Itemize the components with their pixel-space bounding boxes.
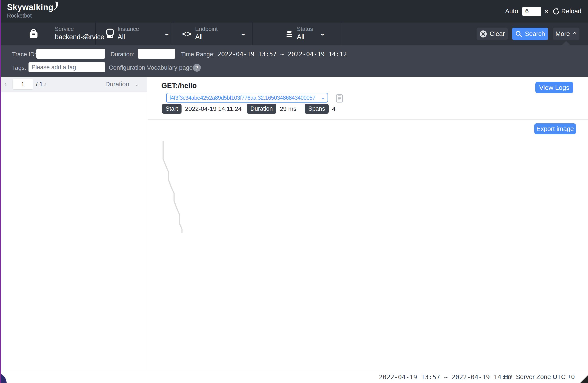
trace-list-panel: ‹ / 1 › Duration ⌄ — [0, 77, 147, 370]
trace-summary-row: Start 2022-04-19 14:11:24 Duration 29 ms… — [162, 104, 341, 114]
search-label: Search — [525, 30, 545, 38]
reload-icon — [552, 7, 560, 16]
language-switcher[interactable]: En — [504, 373, 511, 381]
duration-input[interactable] — [138, 49, 175, 59]
status-filter-label: Status — [297, 26, 313, 32]
vocabulary-page-link[interactable]: Configuration Vocabulary page — [109, 64, 193, 71]
trace-id-input[interactable] — [36, 49, 105, 59]
copy-clipboard-icon[interactable] — [335, 93, 344, 104]
chevron-down-icon[interactable]: ⌄ — [83, 30, 90, 37]
filter-bar: Service backend-service ⌄ Instance All ⌄… — [0, 22, 588, 45]
trace-id-option: f4f3f3c34abe4252a89d5bf103f776aa.32.1650… — [167, 95, 318, 101]
reload-button[interactable]: Reload — [552, 7, 581, 16]
span-tree-connector — [148, 77, 588, 370]
trace-detail-panel: GET:/hello View Logs f4f3f3c34abe4252a89… — [148, 77, 588, 370]
more-button[interactable]: More ⌃ — [553, 28, 579, 40]
page-number-input[interactable] — [13, 79, 33, 89]
chevron-down-icon[interactable]: ⌄ — [135, 81, 139, 87]
clear-circle-x-icon — [480, 30, 487, 38]
start-value: 2022-04-19 14:11:24 — [185, 105, 242, 112]
footer-bar: 2022-04-19 13:57 ~ 2022-04-19 14:12 En S… — [0, 370, 588, 383]
search-icon — [515, 30, 522, 38]
export-image-button[interactable]: Export image — [534, 123, 576, 134]
logo-subtitle: Rocketbot — [7, 13, 54, 19]
chevron-down-icon[interactable]: ⌄ — [319, 30, 326, 37]
code-brackets-icon: <> — [182, 28, 192, 39]
server-zone-selector[interactable]: Server Zone UTC +0 — [516, 373, 575, 381]
duration-value: 29 ms — [280, 105, 296, 112]
chevron-down-icon[interactable]: ⌄ — [240, 30, 247, 37]
auto-interval-input[interactable] — [522, 7, 541, 16]
lock-icon — [28, 28, 39, 39]
more-label: More — [555, 30, 570, 38]
sort-dropdown[interactable]: Duration — [105, 81, 129, 88]
time-range-label: Time Range: — [181, 51, 215, 58]
duration-badge: Duration — [247, 104, 276, 114]
duration-filter-label: Duration: — [110, 51, 135, 58]
instance-filter-label: Instance — [118, 26, 139, 32]
page-total-label: / 1 — [36, 81, 43, 88]
corner-resize-artifact — [580, 375, 588, 383]
navbar-right-controls: Auto s Reload — [505, 0, 581, 22]
page-next-icon[interactable]: › — [44, 80, 46, 88]
divider — [341, 22, 341, 45]
service-filter-label: Service — [55, 26, 74, 32]
logo-title: Skywalking — [7, 3, 54, 12]
time-range-value[interactable]: 2022-04-19 13:57 ~ 2022-04-19 14:12 — [217, 51, 347, 58]
instance-filter-value[interactable]: All — [118, 33, 125, 41]
endpoint-filter-value[interactable]: All — [195, 33, 203, 41]
clear-label: Clear — [490, 30, 505, 38]
chevron-down-icon: ⌄ — [317, 95, 329, 101]
search-button[interactable]: Search — [512, 28, 548, 40]
trace-id-label: Trace ID: — [12, 51, 36, 58]
auto-label: Auto — [505, 8, 518, 15]
view-logs-button[interactable]: View Logs — [535, 82, 573, 93]
chevron-down-icon[interactable]: ⌄ — [164, 30, 170, 37]
help-question-icon[interactable]: ? — [193, 64, 201, 72]
trace-id-select[interactable]: f4f3f3c34abe4252a89d5bf103f776aa.32.1650… — [166, 93, 328, 102]
service-filter-value[interactable]: backend-service — [55, 33, 104, 41]
top-navbar: Skywalking Rocketbot Auto s Reload — [0, 0, 588, 22]
more-filters-panel: Trace ID: Duration: Time Range: 2022-04-… — [0, 45, 588, 77]
divider — [252, 22, 252, 45]
endpoint-filter-label: Endpoint — [195, 26, 218, 32]
crescent-moon-icon — [50, 1, 60, 14]
spans-value: 4 — [332, 105, 336, 112]
chevron-up-icon: ⌃ — [572, 31, 577, 38]
popover-arrow — [562, 41, 570, 45]
start-badge: Start — [162, 104, 182, 114]
layers-icon — [284, 28, 295, 39]
tags-label: Tags: — [12, 65, 26, 71]
trace-detail-title: GET:/hello — [161, 81, 197, 90]
page-prev-icon[interactable]: ‹ — [4, 80, 7, 88]
reload-label: Reload — [561, 8, 581, 15]
spans-badge: Spans — [305, 104, 329, 114]
clear-button[interactable]: Clear — [477, 28, 508, 40]
auto-unit-label: s — [545, 8, 548, 15]
status-filter-value[interactable]: All — [297, 33, 304, 41]
trace-list-header: ‹ / 1 › Duration ⌄ — [0, 77, 147, 92]
host-icon — [105, 28, 116, 39]
divider — [148, 119, 588, 120]
app-logo: Skywalking Rocketbot — [7, 3, 54, 19]
footer-time-range: 2022-04-19 13:57 ~ 2022-04-19 14:12 — [379, 373, 513, 381]
tags-input[interactable] — [28, 62, 105, 72]
divider — [172, 22, 172, 45]
screen-edge-strip — [0, 0, 1, 383]
